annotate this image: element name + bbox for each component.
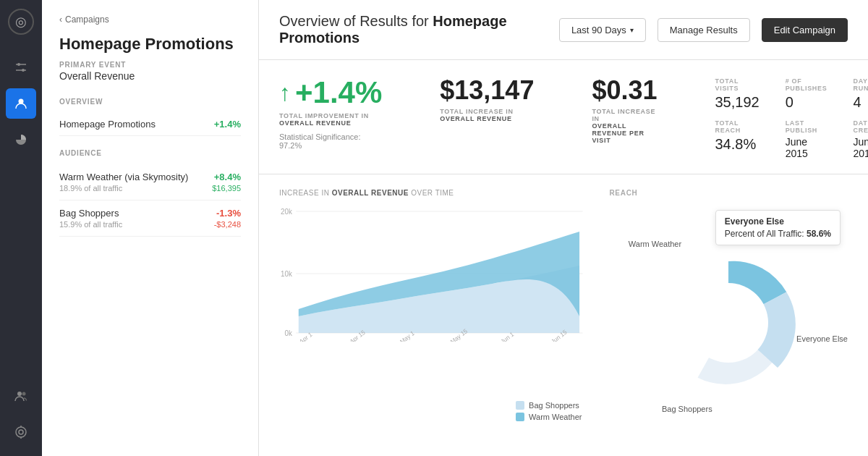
svg-point-5 <box>17 392 22 396</box>
main-header-title: Overview of Results for Homepage Promoti… <box>279 13 548 46</box>
chart-title: INCREASE IN OVERALL REVENUE OVER TIME <box>279 189 589 197</box>
overview-section-header: OVERVIEW <box>59 98 241 106</box>
svg-text:0k: 0k <box>284 329 292 338</box>
label-bag-shoppers: Bag Shoppers <box>662 405 712 413</box>
manage-results-button[interactable]: Manage Results <box>658 18 750 42</box>
total-reach-label: TOTAL REACH <box>715 119 760 134</box>
date-created-value: June 2015 <box>853 136 868 159</box>
svg-point-3 <box>22 69 25 72</box>
stats-section: ↑ +1.4% TOTAL IMPROVEMENT IN OVERALL REV… <box>259 60 868 174</box>
stat-date-created: DATE CREATED June 2015 <box>853 119 868 159</box>
total-reach-value: 34.8% <box>715 136 760 153</box>
donut-tooltip: Everyone Else Percent of All Traffic: 58… <box>715 210 841 245</box>
revenue-label: TOTAL INCREASE IN OVERALL REVENUE <box>440 108 534 122</box>
chart-title-bold: OVERALL REVENUE <box>332 189 409 197</box>
audience-bag-traffic: 15.9% of all traffic <box>59 220 122 229</box>
primary-event-value: Overall Revenue <box>59 70 241 82</box>
date-created-label: DATE CREATED <box>853 119 868 134</box>
days-running-label: DAYS RUNNING <box>853 77 868 92</box>
audience-icon[interactable] <box>6 88 36 119</box>
stats-right: TOTAL VISITS 35,192 # OF PUBLISHES 0 DAY… <box>715 77 869 159</box>
improvement-value: ↑ +1.4% <box>279 77 382 108</box>
sliders-icon[interactable] <box>6 52 36 83</box>
improvement-number: +1.4% <box>295 77 382 108</box>
chevron-down-icon: ▾ <box>630 26 634 34</box>
legend-bag-dot <box>516 401 524 410</box>
left-panel: ‹ Campaigns Homepage Promotions PRIMARY … <box>42 0 259 456</box>
overview-item: Homepage Promotions +1.4% <box>59 113 241 136</box>
users-icon[interactable] <box>6 381 36 411</box>
overview-item-value: +1.4% <box>214 119 241 130</box>
svg-text:10k: 10k <box>281 270 293 279</box>
stat-improvement: ↑ +1.4% TOTAL IMPROVEMENT IN OVERALL REV… <box>279 77 382 150</box>
publishes-label: # OF PUBLISHES <box>786 77 827 92</box>
audience-warm-pct: +8.4% <box>214 172 241 182</box>
back-arrow-icon: ‹ <box>59 14 62 25</box>
stat-last-publish: LAST PUBLISH June 2015 <box>786 119 827 159</box>
chart-title-pre: INCREASE IN <box>279 189 329 197</box>
improvement-label-pre: TOTAL IMPROVEMENT IN <box>279 112 369 119</box>
publishes-value: 0 <box>786 94 827 111</box>
tooltip-title: Everyone Else <box>725 216 831 227</box>
title-prefix: Overview of Results for <box>279 13 429 29</box>
reach-chart: REACH Warm Weather Bag Shoppers <box>609 189 848 442</box>
legend-warm-weather: Warm Weather <box>516 413 582 421</box>
legend-bag-shoppers: Bag Shoppers <box>516 401 582 410</box>
improvement-label: TOTAL IMPROVEMENT IN OVERALL REVENUE <box>279 112 382 127</box>
revenue-label-pre: TOTAL INCREASE IN <box>440 108 513 115</box>
pie-chart-icon[interactable] <box>6 124 36 155</box>
label-warm-text: Warm Weather <box>629 240 681 248</box>
audience-bag-pct: -1.3% <box>216 208 241 219</box>
last-publish-value: June 2015 <box>786 136 827 159</box>
donut-svg <box>656 250 801 395</box>
area-chart-svg: 20k 10k 0k Apr 1 Apr 15 May 1 May 15 <box>279 204 589 342</box>
improvement-label-bold: OVERALL REVENUE <box>279 119 351 127</box>
last-publish-label: LAST PUBLISH <box>786 119 827 134</box>
date-range-label: Last 90 Days <box>571 25 626 35</box>
audience-item-bag[interactable]: Bag Shoppers -1.3% 15.9% of all traffic … <box>59 200 241 237</box>
audience-item-warm[interactable]: Warm Weather (via Skymosity) +8.4% 18.9%… <box>59 164 241 200</box>
revenue-label-bold: OVERALL REVENUE <box>440 115 511 122</box>
main-content: Overview of Results for Homepage Promoti… <box>259 0 868 456</box>
svg-point-7 <box>16 427 26 437</box>
label-warm-weather: Warm Weather <box>629 240 681 248</box>
total-visits-value: 35,192 <box>715 94 760 111</box>
stat-total-reach: TOTAL REACH 34.8% <box>715 119 760 159</box>
chart-title-post: OVER TIME <box>411 189 454 197</box>
donut-title: REACH <box>609 189 848 197</box>
chart-legend: Bag Shoppers Warm Weather <box>516 401 582 421</box>
chart-svg-area: 20k 10k 0k Apr 1 Apr 15 May 1 May 15 <box>279 204 589 442</box>
days-running-value: 4 <box>853 94 868 111</box>
manage-results-label: Manage Results <box>670 25 738 35</box>
edit-campaign-label: Edit Campaign <box>774 25 835 35</box>
edit-campaign-button[interactable]: Edit Campaign <box>762 18 848 42</box>
search-target-icon[interactable] <box>6 417 36 447</box>
revenue-value: $13,147 <box>440 77 534 104</box>
stat-revenue-per-visit: $0.31 TOTAL INCREASE IN OVERALL REVENUE … <box>592 77 657 144</box>
audience-warm-name: Warm Weather (via Skymosity) <box>59 172 188 182</box>
donut-wrap: Warm Weather Bag Shoppers Everyone Else … <box>609 204 848 442</box>
svg-point-6 <box>22 392 26 396</box>
svg-point-8 <box>19 430 23 434</box>
revenue-per-visit-label: TOTAL INCREASE IN OVERALL REVENUE PER VI… <box>592 108 657 144</box>
revenue-per-visit-value: $0.31 <box>592 77 657 104</box>
svg-point-23 <box>689 283 768 363</box>
audience-bag-value: -$3,248 <box>214 220 241 229</box>
campaign-title: Homepage Promotions <box>59 35 241 54</box>
sidebar: ◎ <box>0 0 42 456</box>
audience-section-header: AUDIENCE <box>59 149 241 157</box>
overview-item-name: Homepage Promotions <box>59 119 156 130</box>
audience-bag-name: Bag Shoppers <box>59 208 119 219</box>
logo-icon[interactable]: ◎ <box>8 9 34 35</box>
revenue-chart: INCREASE IN OVERALL REVENUE OVER TIME 20… <box>279 189 589 442</box>
date-range-button[interactable]: Last 90 Days ▾ <box>559 18 646 42</box>
legend-bag-label: Bag Shoppers <box>529 401 579 410</box>
total-visits-label: TOTAL VISITS <box>715 77 760 92</box>
tooltip-label: Percent of All Traffic: <box>725 229 804 239</box>
label-bag-text: Bag Shoppers <box>662 405 712 413</box>
stat-days-running: DAYS RUNNING 4 <box>853 77 868 111</box>
significance: Statistical Significance: 97.2% <box>279 132 382 150</box>
back-link[interactable]: ‹ Campaigns <box>59 14 241 25</box>
stat-total-visits: TOTAL VISITS 35,192 <box>715 77 760 111</box>
audience-warm-traffic: 18.9% of all traffic <box>59 184 122 193</box>
